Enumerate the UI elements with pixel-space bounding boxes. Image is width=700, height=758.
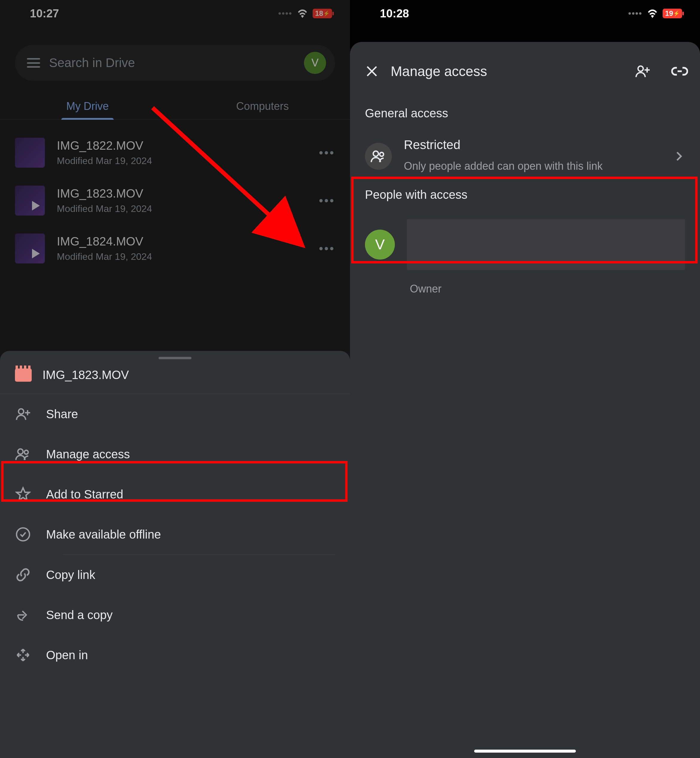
- action-label: Manage access: [46, 448, 130, 461]
- file-row[interactable]: IMG_1824.MOV Modified Mar 19, 2024 •••: [0, 224, 350, 273]
- file-modified: Modified Mar 19, 2024: [57, 203, 307, 215]
- svg-point-13: [380, 152, 383, 156]
- video-thumbnail: [15, 233, 45, 263]
- svg-point-4: [18, 449, 23, 454]
- svg-point-1: [19, 409, 23, 414]
- svg-point-9: [638, 66, 643, 71]
- action-copy-link[interactable]: Copy link: [0, 555, 350, 595]
- file-modified: Modified Mar 19, 2024: [57, 155, 307, 166]
- file-name: IMG_1823.MOV: [57, 187, 307, 200]
- action-manage-access[interactable]: Manage access: [0, 434, 350, 474]
- sheet-top-bar: Manage access: [350, 42, 700, 100]
- action-make-offline[interactable]: Make available offline: [0, 514, 350, 554]
- offline-icon: [15, 526, 31, 542]
- status-icons: •••• 19⚡: [628, 9, 682, 18]
- link-icon[interactable]: [671, 63, 688, 80]
- action-label: Make available offline: [46, 528, 161, 541]
- file-more-icon[interactable]: •••: [319, 242, 335, 255]
- action-open-in[interactable]: Open in: [0, 635, 350, 675]
- open-in-icon: [15, 647, 31, 663]
- clock: 10:28: [380, 7, 409, 20]
- star-icon: [15, 486, 31, 502]
- chevron-right-icon: [673, 150, 685, 162]
- person-add-icon: [15, 406, 31, 422]
- access-level: Restricted: [404, 138, 661, 152]
- add-person-icon[interactable]: [635, 63, 650, 79]
- user-name-redacted: [407, 219, 685, 270]
- cellular-icon: ••••: [278, 9, 292, 18]
- drive-tabs: My Drive Computers: [0, 93, 350, 120]
- people-with-access-label: People with access: [350, 182, 700, 212]
- general-access-row[interactable]: Restricted Only people added can open wi…: [350, 130, 700, 182]
- clock: 10:27: [30, 7, 59, 20]
- file-more-icon[interactable]: •••: [319, 146, 335, 160]
- account-avatar[interactable]: V: [304, 52, 326, 74]
- action-label: Open in: [46, 648, 88, 662]
- person-row[interactable]: V: [350, 212, 700, 277]
- home-indicator[interactable]: [474, 750, 576, 753]
- file-more-icon[interactable]: •••: [319, 194, 335, 207]
- svg-point-5: [24, 450, 28, 454]
- tab-my-drive[interactable]: My Drive: [0, 93, 175, 119]
- battery-indicator: 19⚡: [662, 9, 682, 18]
- action-add-to-starred[interactable]: Add to Starred: [0, 474, 350, 514]
- user-avatar: V: [365, 230, 395, 260]
- file-list: IMG_1822.MOV Modified Mar 19, 2024 ••• I…: [0, 120, 350, 273]
- tab-computers[interactable]: Computers: [175, 93, 350, 119]
- file-name: IMG_1824.MOV: [57, 235, 307, 248]
- status-bar: 10:27 •••• 18⚡: [0, 0, 350, 27]
- battery-indicator: 18⚡: [312, 9, 332, 18]
- video-thumbnail: [15, 186, 45, 216]
- people-icon: [365, 143, 392, 170]
- action-label: Share: [46, 407, 78, 421]
- search-placeholder: Search in Drive: [49, 56, 295, 70]
- file-actions-sheet: IMG_1823.MOV Share Manage access Add to …: [0, 351, 350, 758]
- people-icon: [15, 446, 31, 462]
- action-label: Copy link: [46, 568, 95, 582]
- file-modified: Modified Mar 19, 2024: [57, 251, 307, 262]
- file-name: IMG_1822.MOV: [57, 139, 307, 152]
- sheet-grabber[interactable]: [159, 357, 191, 359]
- phone-right: 10:28 •••• 19⚡ Manage access General acc…: [350, 0, 700, 758]
- sheet-header: IMG_1823.MOV: [0, 365, 350, 394]
- wifi-icon: [297, 9, 308, 18]
- sheet-title: Manage access: [391, 63, 623, 79]
- svg-point-6: [16, 528, 29, 541]
- search-bar[interactable]: Search in Drive V: [15, 45, 335, 81]
- menu-icon[interactable]: [27, 58, 40, 68]
- manage-access-sheet: Manage access General access Restricted …: [350, 42, 700, 758]
- action-label: Send a copy: [46, 608, 112, 622]
- cellular-icon: ••••: [628, 9, 642, 18]
- video-file-icon: [15, 368, 32, 382]
- status-bar: 10:28 •••• 19⚡: [350, 0, 700, 27]
- action-send-copy[interactable]: Send a copy: [0, 595, 350, 635]
- close-icon[interactable]: [365, 64, 379, 78]
- file-row[interactable]: IMG_1822.MOV Modified Mar 19, 2024 •••: [0, 129, 350, 177]
- action-label: Add to Starred: [46, 488, 123, 501]
- user-role: Owner: [350, 283, 700, 295]
- general-access-label: General access: [350, 100, 700, 130]
- wifi-icon: [647, 9, 658, 18]
- sheet-file-name: IMG_1823.MOV: [42, 368, 129, 382]
- phone-left: 10:27 •••• 18⚡ Search in Drive V My Driv…: [0, 0, 350, 758]
- link-icon: [15, 567, 31, 583]
- file-row[interactable]: IMG_1823.MOV Modified Mar 19, 2024 •••: [0, 177, 350, 224]
- status-icons: •••• 18⚡: [278, 9, 332, 18]
- access-description: Only people added can open with this lin…: [404, 157, 661, 175]
- svg-point-12: [373, 151, 378, 156]
- send-icon: [15, 607, 31, 623]
- action-share[interactable]: Share: [0, 394, 350, 434]
- video-thumbnail: [15, 138, 45, 168]
